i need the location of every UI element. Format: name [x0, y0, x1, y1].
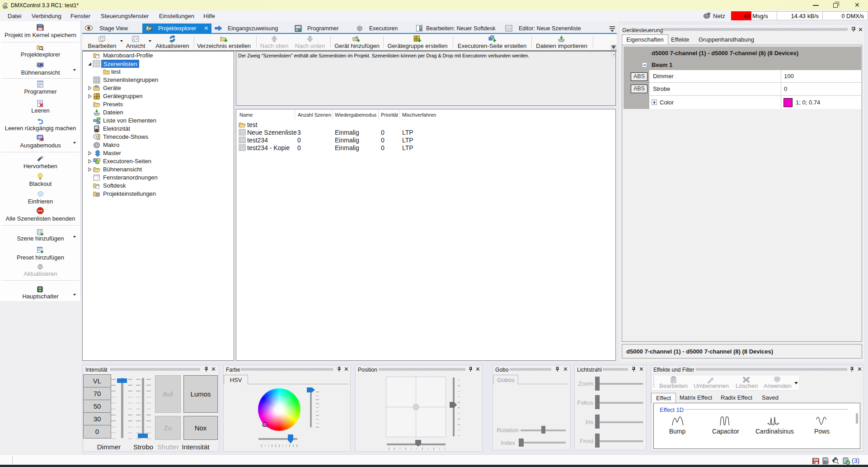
svg-text:STOP: STOP [38, 210, 43, 212]
